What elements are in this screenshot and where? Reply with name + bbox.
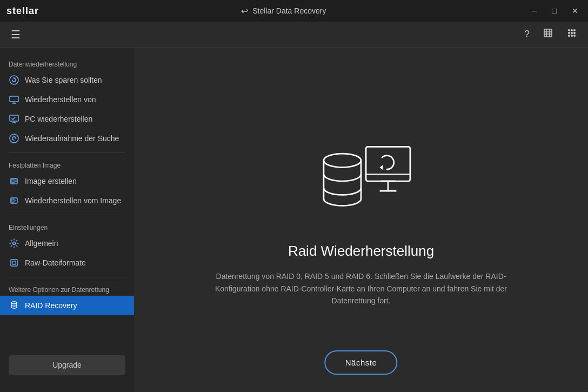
- sidebar-spacer: [0, 315, 134, 351]
- sidebar-item-restore-image[interactable]: Wiederherstellen vom Image: [0, 191, 134, 210]
- svg-point-1: [568, 29, 570, 31]
- sidebar-item-restore-image-label: Wiederherstellen vom Image: [25, 196, 121, 205]
- sidebar: Datenwiederherstellung Was Sie sparen so…: [0, 48, 134, 392]
- main-layout: Datenwiederherstellung Was Sie sparen so…: [0, 48, 588, 392]
- app-window: stellar ↩ Stellar Data Recovery ─ □ ✕ ☰ …: [0, 0, 588, 392]
- app-logo: stellar: [6, 5, 39, 17]
- svg-rect-25: [11, 260, 17, 266]
- svg-rect-23: [12, 199, 14, 202]
- sidebar-item-restore-from[interactable]: Wiederherstellen von: [0, 90, 134, 109]
- undo-circle-icon: [9, 133, 19, 144]
- titlebar-center: ↩ Stellar Data Recovery: [241, 6, 326, 16]
- svg-point-5: [571, 32, 573, 34]
- svg-point-4: [568, 32, 570, 34]
- svg-point-27: [11, 302, 17, 304]
- minimize-button[interactable]: ─: [529, 5, 540, 16]
- cart-icon: [543, 28, 553, 38]
- help-button[interactable]: ?: [522, 26, 532, 42]
- monitor-icon: [9, 114, 19, 124]
- sidebar-item-create-image[interactable]: Image erstellen: [0, 171, 134, 191]
- maximize-button[interactable]: □: [549, 5, 560, 16]
- toolbar-right: ?: [522, 25, 579, 43]
- raid-icon: [9, 300, 19, 311]
- sidebar-item-raid[interactable]: RAID Recovery: [0, 296, 134, 315]
- cart-button[interactable]: [540, 25, 556, 43]
- content-area: Raid Wiederherstellung Datenrettung von …: [134, 48, 588, 392]
- raid-recovery-illustration: [307, 132, 415, 230]
- sidebar-item-resume-label: Wiederaufnahme der Suche: [25, 134, 119, 143]
- section-title-settings: Einstellungen: [0, 220, 134, 234]
- titlebar-left: stellar: [6, 5, 39, 17]
- svg-rect-0: [544, 29, 552, 37]
- menu-button[interactable]: ☰: [9, 26, 23, 43]
- sidebar-item-pc-restore-label: PC wiederherstellen: [25, 115, 92, 123]
- sidebar-item-save[interactable]: Was Sie sparen sollten: [0, 70, 134, 90]
- divider-3: [9, 277, 125, 277]
- svg-point-28: [324, 154, 361, 167]
- refresh-circle-icon: [9, 75, 19, 85]
- divider-2: [9, 215, 125, 215]
- svg-point-9: [573, 35, 576, 37]
- gear-icon: [9, 238, 19, 249]
- sidebar-item-pc-restore[interactable]: PC wiederherstellen: [0, 109, 134, 129]
- content-title: Raid Wiederherstellung: [288, 243, 434, 260]
- sidebar-item-raw-label: Raw-Dateiformate: [25, 258, 86, 267]
- sidebar-item-save-label: Was Sie sparen sollten: [25, 76, 102, 84]
- svg-point-2: [571, 29, 573, 31]
- titlebar: stellar ↩ Stellar Data Recovery ─ □ ✕: [0, 0, 588, 22]
- section-title-disk-image: Festplatten Image: [0, 157, 134, 171]
- titlebar-right: ─ □ ✕: [529, 5, 582, 16]
- svg-point-7: [568, 35, 570, 37]
- upgrade-button[interactable]: Upgrade: [9, 355, 125, 375]
- svg-rect-29: [366, 147, 410, 182]
- grid-icon: [566, 28, 577, 38]
- drive-raw-icon: [9, 257, 19, 268]
- svg-point-17: [10, 134, 18, 143]
- svg-point-3: [573, 29, 576, 31]
- sidebar-item-general-label: Allgemein: [25, 239, 58, 248]
- svg-rect-19: [12, 180, 14, 183]
- toolbar-left: ☰: [9, 26, 23, 43]
- section-title-data-recovery: Datenwiederherstellung: [0, 56, 134, 70]
- svg-point-6: [573, 32, 576, 34]
- sidebar-item-general[interactable]: Allgemein: [0, 234, 134, 253]
- sidebar-item-resume[interactable]: Wiederaufnahme der Suche: [0, 129, 134, 148]
- grid-button[interactable]: [564, 25, 579, 43]
- computer-icon: [9, 94, 19, 105]
- window-title: Stellar Data Recovery: [252, 6, 326, 15]
- svg-rect-26: [12, 261, 16, 264]
- back-icon: ↩: [241, 6, 248, 16]
- section-title-more-options: Weitere Optionen zur Datenrettung: [0, 282, 134, 296]
- svg-rect-11: [10, 96, 18, 102]
- svg-point-8: [571, 35, 573, 37]
- sidebar-item-restore-from-label: Wiederherstellen von: [25, 95, 96, 104]
- drive-create-icon: [9, 176, 19, 187]
- close-button[interactable]: ✕: [569, 5, 582, 16]
- content-description: Datenrettung von RAID 0, RAID 5 und RAID…: [204, 270, 518, 307]
- sidebar-item-create-image-label: Image erstellen: [25, 177, 77, 185]
- drive-restore-icon: [9, 195, 19, 206]
- sidebar-item-raw[interactable]: Raw-Dateiformate: [0, 253, 134, 273]
- sidebar-item-raid-label: RAID Recovery: [25, 301, 77, 310]
- toolbar: ☰ ?: [0, 22, 588, 48]
- divider-1: [9, 152, 125, 153]
- next-button[interactable]: Nächste: [325, 350, 398, 375]
- svg-point-24: [13, 242, 16, 245]
